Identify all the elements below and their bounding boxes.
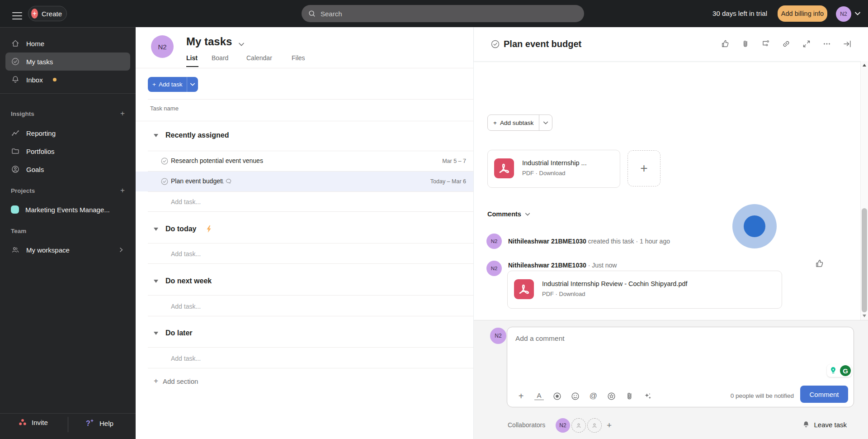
chevron-down-icon[interactable] bbox=[238, 42, 245, 47]
complete-task-icon[interactable] bbox=[491, 39, 500, 49]
subtask-icon[interactable] bbox=[761, 39, 770, 48]
comment-user[interactable]: Nithileashwar 21BME1030 bbox=[508, 262, 586, 269]
section-header-do-next-week[interactable]: Do next week bbox=[154, 277, 212, 285]
attachment-meta[interactable]: PDF · Download bbox=[542, 291, 585, 297]
divider bbox=[148, 243, 473, 243]
invite-button[interactable]: Invite bbox=[18, 418, 48, 427]
chevron-right-icon[interactable] bbox=[118, 247, 124, 253]
check-circle-icon[interactable] bbox=[160, 157, 169, 165]
comment-input-box[interactable]: Add a comment 0 people will be notified … bbox=[507, 327, 854, 407]
comments-header[interactable]: Comments bbox=[487, 210, 530, 218]
sidebar-item-reporting[interactable]: Reporting bbox=[5, 124, 130, 142]
collapse-triangle-icon[interactable] bbox=[154, 332, 158, 335]
empty-collaborator-slot[interactable] bbox=[587, 418, 602, 433]
attachment-meta[interactable]: PDF · Download bbox=[522, 170, 565, 177]
add-attachment-button[interactable] bbox=[627, 150, 660, 186]
task-due-date: Today – Mar 6 bbox=[430, 178, 466, 185]
add-task-button[interactable]: Add task bbox=[148, 77, 198, 92]
task-row-plan-event-budget[interactable]: Plan event budget 1 Today – Mar 6 bbox=[136, 172, 473, 191]
sidebar-item-my-tasks[interactable]: My tasks bbox=[5, 52, 130, 71]
divider bbox=[136, 68, 473, 68]
comment-placeholder[interactable]: Add a comment bbox=[515, 334, 565, 343]
copy-link-icon[interactable] bbox=[782, 39, 791, 48]
sidebar-item-inbox[interactable]: Inbox bbox=[5, 71, 130, 89]
record-video-icon[interactable] bbox=[552, 391, 562, 401]
collapse-triangle-icon[interactable] bbox=[154, 134, 158, 137]
help-button[interactable]: ? Help bbox=[85, 418, 113, 429]
person-icon bbox=[575, 422, 582, 429]
mention-icon[interactable] bbox=[589, 391, 598, 401]
section-header-recently-assigned[interactable]: Recently assigned bbox=[154, 131, 229, 139]
tab-files[interactable]: Files bbox=[292, 54, 305, 62]
section-header-do-later[interactable]: Do later bbox=[154, 329, 193, 337]
collapse-triangle-icon[interactable] bbox=[154, 280, 158, 283]
task-title[interactable]: Research potential event venues bbox=[171, 157, 263, 164]
emoji-icon[interactable] bbox=[571, 391, 580, 401]
like-comment-icon[interactable] bbox=[815, 259, 824, 268]
text-format-icon[interactable] bbox=[534, 392, 544, 400]
add-billing-button[interactable]: Add billing info bbox=[778, 5, 827, 22]
section-header-do-today[interactable]: Do today bbox=[154, 225, 212, 233]
search-input[interactable] bbox=[320, 10, 578, 18]
cursor-highlight-circle bbox=[732, 204, 777, 248]
attachment-card[interactable]: Industrial Internship ... PDF · Download bbox=[487, 150, 620, 188]
menu-icon[interactable] bbox=[12, 10, 22, 22]
like-icon[interactable] bbox=[721, 39, 730, 48]
attachment-name[interactable]: Industrial Internship ... bbox=[522, 159, 587, 167]
activity-user[interactable]: Nithileashwar 21BME1030 bbox=[508, 238, 586, 245]
add-subtask-button[interactable]: Add subtask bbox=[487, 115, 552, 131]
grammarly-widget[interactable] bbox=[827, 364, 852, 377]
expand-icon[interactable] bbox=[802, 39, 811, 48]
add-task-inline[interactable]: Add task... bbox=[171, 303, 201, 310]
add-project-icon[interactable] bbox=[120, 186, 125, 195]
attachment-name[interactable]: Industrial Internship Review - Cochin Sh… bbox=[542, 280, 688, 287]
comment-attachment-card[interactable]: Industrial Internship Review - Cochin Sh… bbox=[507, 271, 782, 309]
add-collaborator-button[interactable] bbox=[607, 420, 612, 430]
user-avatar[interactable]: N2 bbox=[836, 6, 851, 22]
add-section-button[interactable]: Add section bbox=[154, 377, 198, 386]
sidebar-item-goals[interactable]: Goals bbox=[5, 160, 130, 178]
attach-icon[interactable] bbox=[741, 39, 750, 48]
tab-calendar[interactable]: Calendar bbox=[246, 54, 272, 62]
task-title[interactable]: Plan event budget bbox=[504, 39, 581, 49]
empty-collaborator-slot[interactable] bbox=[571, 418, 586, 433]
add-task-inline[interactable]: Add task... bbox=[171, 198, 201, 205]
create-button[interactable]: Create bbox=[28, 6, 67, 21]
more-options-icon[interactable] bbox=[822, 39, 831, 48]
insert-plus-icon[interactable] bbox=[516, 391, 526, 401]
scroll-up-arrow[interactable] bbox=[863, 64, 866, 67]
add-task-dropdown[interactable] bbox=[187, 77, 198, 92]
tab-list[interactable]: List bbox=[186, 54, 198, 62]
appreciation-icon[interactable] bbox=[607, 391, 616, 401]
add-task-inline[interactable]: Add task... bbox=[171, 355, 201, 362]
check-circle-icon[interactable] bbox=[160, 177, 169, 186]
chevron-down-icon[interactable] bbox=[854, 11, 861, 16]
comment-submit-button[interactable]: Comment bbox=[800, 386, 848, 403]
scrollbar-thumb[interactable] bbox=[862, 208, 867, 312]
add-insight-icon[interactable] bbox=[120, 109, 125, 118]
task-title[interactable]: Plan event budget bbox=[171, 177, 222, 185]
add-task-inline[interactable]: Add task... bbox=[171, 250, 201, 258]
attach-icon[interactable] bbox=[625, 391, 634, 401]
column-header-task-name[interactable]: Task name bbox=[150, 105, 179, 112]
add-subtask-dropdown[interactable] bbox=[539, 115, 552, 130]
tab-board[interactable]: Board bbox=[212, 54, 228, 62]
sidebar-item-portfolios[interactable]: Portfolios bbox=[5, 142, 130, 160]
sidebar-item-project[interactable]: Marketing Events Manage... bbox=[5, 200, 130, 219]
collaborator-avatar[interactable]: N2 bbox=[556, 418, 570, 433]
page-title[interactable]: My tasks bbox=[186, 35, 232, 48]
sidebar-item-home[interactable]: Home bbox=[5, 34, 130, 52]
scroll-down-arrow[interactable] bbox=[863, 315, 866, 317]
collapse-triangle-icon[interactable] bbox=[154, 228, 158, 231]
task-row-research-venues[interactable]: Research potential event venues Mar 5 – … bbox=[136, 151, 473, 171]
ai-sparkle-icon[interactable] bbox=[643, 391, 652, 401]
leave-task-button[interactable]: Leave task bbox=[802, 420, 847, 429]
close-panel-icon[interactable] bbox=[843, 39, 852, 48]
search-bar[interactable] bbox=[302, 5, 584, 22]
bolt-icon bbox=[205, 225, 212, 233]
grammarly-logo-icon[interactable] bbox=[840, 365, 851, 376]
scrollbar[interactable] bbox=[860, 61, 868, 320]
grammarly-suggestion-icon[interactable] bbox=[828, 365, 839, 376]
sidebar-item-workspace[interactable]: My workspace bbox=[5, 241, 130, 259]
sidebar-item-label: My workspace bbox=[26, 246, 70, 254]
